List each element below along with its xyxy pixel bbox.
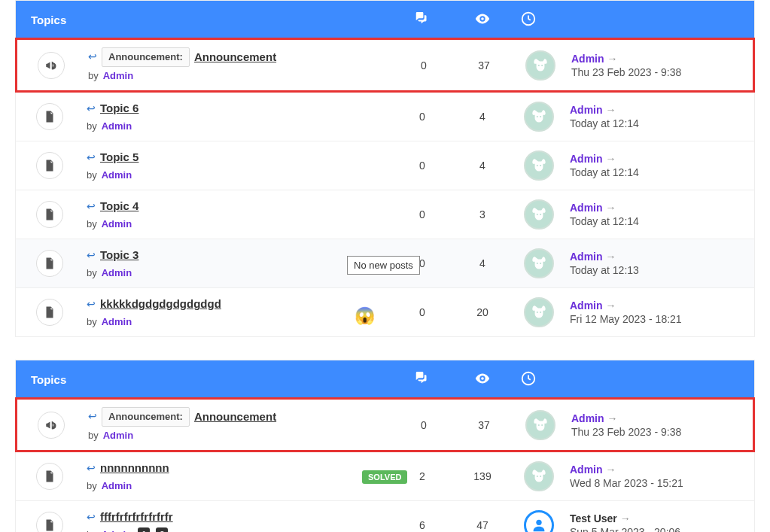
megaphone-icon (38, 52, 65, 79)
last-post-author-link[interactable]: Admin (570, 153, 603, 165)
last-post-date: Today at 12:13 (570, 264, 754, 276)
topics-section: Topics ↩ Announcement: Announcement by A… (15, 360, 755, 532)
topic-title-link[interactable]: Topic 6 (100, 100, 138, 117)
topic-row: ↩ nnnnnnnnnn by Admin SOLVED 2 139 Admin… (16, 451, 754, 500)
topic-title-link[interactable]: Topic 4 (100, 198, 138, 215)
by-label: by (88, 68, 99, 84)
last-post-author[interactable]: Test User (570, 512, 617, 524)
announcement-label: Announcement: (102, 407, 190, 427)
topic-author-link[interactable]: Admin (102, 266, 132, 281)
goto-last-post-icon[interactable]: → (606, 104, 616, 116)
by-label: by (87, 479, 97, 494)
avatar[interactable] (524, 297, 554, 327)
avatar[interactable] (524, 510, 554, 532)
replies-count: 0 (392, 208, 452, 220)
topic-row: ↩ kkkkkdgdgdgdgdgdgd by Admin 😱 0 20 Adm… (16, 287, 754, 336)
topic-title-link[interactable]: Topic 5 (100, 149, 138, 166)
last-post-date: Thu 23 Feb 2023 - 9:38 (571, 426, 753, 438)
last-post-author-link[interactable]: Admin (570, 251, 603, 263)
topic-author-link[interactable]: Admin (103, 428, 133, 443)
views-count: 139 (452, 470, 513, 482)
topic-cell: ↩ fffrfrfrfrfrfrfrfr by Admin 12 (84, 509, 392, 532)
replies-count: No new posts 0 (392, 257, 452, 269)
header-col-views (452, 11, 513, 29)
reply-arrow-icon[interactable]: ↩ (88, 49, 97, 65)
topic-row: ↩ Topic 5 by Admin 0 4 Admin → Today at … (16, 141, 754, 190)
goto-last-post-icon[interactable]: → (606, 299, 616, 312)
avatar[interactable] (524, 199, 554, 230)
topic-row: ↩ Announcement: Announcement by Admin 0 … (15, 38, 755, 93)
reply-arrow-icon[interactable]: ↩ (87, 150, 96, 166)
topic-author-link[interactable]: Admin (102, 168, 132, 183)
megaphone-icon (38, 412, 65, 439)
topic-cell: ↩ Announcement: Announcement by Admin (85, 47, 394, 83)
announcement-label: Announcement: (102, 47, 190, 67)
topic-cell: ↩ nnnnnnnnnn by Admin (84, 460, 392, 493)
topic-author-link[interactable]: Admin (102, 527, 132, 533)
reply-arrow-icon[interactable]: ↩ (87, 461, 96, 476)
doc-icon (36, 463, 63, 490)
last-post-author-link[interactable]: Admin (570, 464, 603, 476)
topic-author-link[interactable]: Admin (102, 479, 132, 494)
last-post-author-link[interactable]: Admin (570, 299, 603, 312)
page-badge[interactable]: 2 (156, 527, 168, 532)
avatar[interactable] (524, 248, 554, 278)
row-status-cell (17, 52, 85, 79)
goto-last-post-icon[interactable]: → (606, 202, 616, 214)
row-status-cell (16, 250, 84, 277)
avatar[interactable] (524, 102, 554, 132)
last-post-cell: Admin → Thu 23 Feb 2023 - 9:38 (567, 53, 753, 78)
reply-arrow-icon[interactable]: ↩ (87, 509, 96, 525)
by-label: by (87, 217, 97, 232)
replies-count: 0 (394, 59, 454, 71)
topic-title-link[interactable]: Announcement (194, 49, 276, 66)
goto-last-post-icon[interactable]: → (606, 153, 616, 165)
topic-author-link[interactable]: Admin (103, 68, 133, 84)
goto-last-post-icon[interactable]: → (607, 412, 618, 424)
by-label: by (87, 315, 97, 330)
by-label: by (87, 168, 97, 183)
goto-last-post-icon[interactable]: → (606, 464, 616, 476)
topic-title-link[interactable]: Topic 3 (100, 247, 138, 264)
topic-row: ↩ Topic 6 by Admin 0 4 Admin → Today at … (16, 92, 754, 141)
row-status-cell (16, 512, 84, 532)
topic-row: ↩ Topic 3 by Admin No new posts 0 4 Admi… (16, 239, 754, 287)
goto-last-post-icon[interactable]: → (606, 251, 616, 263)
reply-arrow-icon[interactable]: ↩ (87, 101, 96, 117)
topic-author-link[interactable]: Admin (102, 217, 132, 232)
last-post-author-link[interactable]: Admin (571, 412, 604, 424)
topic-title-link[interactable]: fffrfrfrfrfrfrfrfr (100, 509, 173, 526)
topics-header-title: Topics (31, 14, 392, 26)
goto-last-post-icon[interactable]: → (620, 512, 631, 524)
views-count: 4 (452, 257, 513, 269)
last-post-cell: Admin → Thu 23 Feb 2023 - 9:38 (567, 412, 753, 438)
last-post-author-link[interactable]: Admin (570, 202, 603, 214)
avatar[interactable] (524, 461, 554, 491)
last-post-date: Sun 5 Mar 2023 - 20:06 (570, 526, 754, 532)
doc-icon (36, 152, 63, 179)
last-post-author-link[interactable]: Admin (571, 53, 604, 65)
goto-last-post-icon[interactable]: → (607, 53, 618, 65)
topic-author-link[interactable]: Admin (102, 119, 132, 134)
topic-row: ↩ Announcement: Announcement by Admin 0 … (15, 397, 755, 452)
topic-cell: ↩ Topic 6 by Admin (84, 100, 392, 133)
reply-arrow-icon[interactable]: ↩ (87, 248, 96, 263)
topic-cell: ↩ Topic 4 by Admin (84, 198, 392, 231)
last-post-author-link[interactable]: Admin (570, 104, 603, 116)
page-badge[interactable]: 1 (138, 527, 150, 532)
topic-title-link[interactable]: nnnnnnnnnn (100, 460, 169, 477)
reply-arrow-icon[interactable]: ↩ (87, 199, 96, 214)
topic-author-link[interactable]: Admin (102, 315, 132, 330)
avatar[interactable] (525, 410, 555, 440)
avatar[interactable] (524, 150, 554, 181)
topic-title-link[interactable]: kkkkkdgdgdgdgdgdgd (100, 296, 221, 313)
topic-title-link[interactable]: Announcement (194, 409, 276, 426)
header-col-replies (392, 11, 452, 29)
last-post-date: Wed 8 Mar 2023 - 15:21 (570, 477, 754, 489)
avatar-cell (513, 150, 565, 181)
reply-arrow-icon[interactable]: ↩ (87, 296, 96, 312)
reply-arrow-icon[interactable]: ↩ (88, 409, 97, 424)
solved-badge: SOLVED (362, 470, 407, 484)
avatar[interactable] (525, 50, 555, 81)
row-status-cell (16, 299, 84, 326)
